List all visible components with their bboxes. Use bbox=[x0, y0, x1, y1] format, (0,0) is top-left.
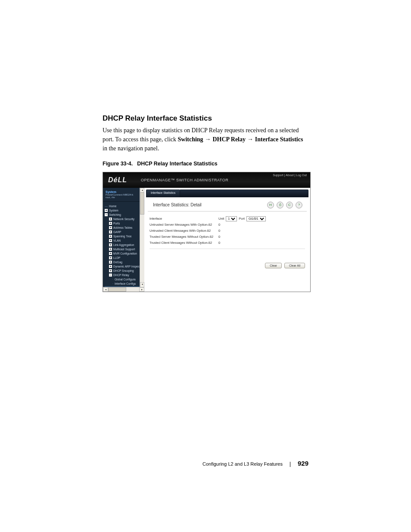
system-block: System PowerConnect M8024-k root, r/w bbox=[103, 188, 144, 202]
detail-title: Interface Statistics: Detail bbox=[153, 202, 202, 207]
label-r4: Trusted Client Messages Without Option-8… bbox=[149, 241, 218, 245]
expand-icon[interactable]: + bbox=[109, 269, 112, 272]
clear-button[interactable]: Clear bbox=[265, 263, 282, 268]
sidebar-item[interactable]: +Network Security bbox=[105, 217, 144, 221]
footer-page-number: 929 bbox=[298, 460, 308, 467]
header-links[interactable]: Support | About | Log Out bbox=[273, 174, 307, 177]
label-interface: Interface bbox=[149, 217, 218, 221]
footer-separator bbox=[290, 462, 290, 467]
scroll-left-icon[interactable]: ◂ bbox=[103, 287, 108, 292]
clear-all-button[interactable]: Clear All bbox=[284, 263, 305, 268]
sidebar-item-label: Address Tables bbox=[113, 226, 132, 229]
sidebar-item[interactable]: ·Interface Configu bbox=[105, 282, 144, 286]
sidebar-item[interactable]: +VLAN bbox=[105, 239, 144, 243]
tab-row: Interface Statistics bbox=[144, 188, 310, 197]
scroll-right-icon[interactable]: ▸ bbox=[139, 287, 144, 292]
sidebar-item[interactable]: +Dynamic ARP Inspect bbox=[105, 264, 144, 269]
expand-icon[interactable]: + bbox=[109, 222, 112, 225]
expand-icon[interactable]: + bbox=[109, 230, 112, 233]
app-header: DéLL OPENMANAGE™ SWITCH ADMINISTRATOR Su… bbox=[103, 172, 310, 188]
sidebar-item-label: Network Security bbox=[113, 218, 134, 221]
expand-icon[interactable]: − bbox=[109, 274, 112, 277]
sidebar-item[interactable]: +Link Aggregation bbox=[105, 243, 144, 247]
sidebar-item[interactable]: −DHCP Relay bbox=[105, 273, 144, 277]
p-t2: in the navigation panel. bbox=[103, 145, 159, 152]
expand-icon[interactable]: + bbox=[109, 226, 112, 229]
sidebar-item-label: Link Aggregation bbox=[113, 243, 134, 246]
expand-icon[interactable]: + bbox=[109, 256, 112, 259]
body-paragraph: Use this page to display statistics on D… bbox=[103, 126, 308, 153]
expand-icon[interactable]: + bbox=[109, 248, 112, 251]
app-title: OPENMANAGE™ SWITCH ADMINISTRATOR bbox=[141, 178, 228, 182]
sidebar-item-label: System bbox=[109, 209, 118, 212]
sidebar-item[interactable]: +Address Tables bbox=[105, 226, 144, 230]
expand-icon[interactable]: − bbox=[105, 213, 108, 216]
sidebar-item[interactable]: +MVR Configuration bbox=[105, 252, 144, 256]
expand-icon[interactable]: + bbox=[109, 265, 112, 268]
scroll-thumb-h[interactable] bbox=[108, 287, 126, 292]
tab-spacer bbox=[180, 190, 308, 197]
sidebar-item-label: Switching bbox=[109, 213, 121, 216]
label-r2: Untrusted Client Messages With Option-82 bbox=[149, 229, 218, 233]
tab-interface-statistics[interactable]: Interface Statistics bbox=[146, 190, 180, 197]
expand-icon[interactable]: + bbox=[109, 261, 112, 264]
dell-logo: DéLL bbox=[103, 176, 141, 184]
sidebar-item-label: Global Configura bbox=[115, 278, 136, 281]
p-arrow2: → bbox=[246, 136, 255, 143]
row-trusted-client-no82: Trusted Client Messages Without Option-8… bbox=[149, 240, 305, 246]
p-arrow1: → bbox=[203, 136, 213, 143]
detail-header: Interface Statistics: Detail H ⎙ C ? bbox=[148, 197, 307, 212]
sidebar-item[interactable]: +Multicast Support bbox=[105, 247, 144, 252]
scroll-thumb-v[interactable] bbox=[140, 192, 144, 215]
page-footer: Configuring L2 and L3 Relay Features 929 bbox=[0, 460, 411, 467]
nav-tree: —Home+System−Switching+Network Security+… bbox=[103, 202, 144, 292]
sidebar-item[interactable]: +System bbox=[105, 208, 144, 213]
sidebar-item-label: DHCP Snooping bbox=[113, 269, 134, 272]
figure-caption: Figure 33-4.DHCP Relay Interface Statist… bbox=[103, 161, 308, 167]
sidebar-item[interactable]: +Ports bbox=[105, 221, 144, 226]
label-r3: Trusted Server Messages Without Option-8… bbox=[149, 235, 218, 239]
expand-icon[interactable]: + bbox=[105, 209, 108, 212]
main-panel: Interface Statistics Interface Statistic… bbox=[144, 188, 310, 292]
expand-icon[interactable]: + bbox=[109, 235, 112, 238]
expand-icon[interactable]: + bbox=[109, 218, 112, 221]
expand-icon[interactable]: + bbox=[109, 252, 112, 255]
sidebar-item-label: MVR Configuration bbox=[113, 252, 137, 255]
value-r2: 0 bbox=[218, 229, 220, 233]
sidebar-item[interactable]: +GARP bbox=[105, 230, 144, 234]
row-trusted-server-no82: Trusted Server Messages Without Option-8… bbox=[149, 234, 305, 240]
expand-icon[interactable]: + bbox=[109, 239, 112, 242]
save-icon[interactable]: H bbox=[267, 202, 274, 208]
expand-icon[interactable]: + bbox=[109, 243, 112, 246]
p-b2: DHCP Relay bbox=[212, 136, 246, 143]
screenshot-figure: DéLL OPENMANAGE™ SWITCH ADMINISTRATOR Su… bbox=[103, 172, 311, 292]
figure-prefix: Figure 33-4. bbox=[103, 161, 133, 167]
sidebar-item[interactable]: −Switching bbox=[105, 213, 144, 217]
refresh-icon[interactable]: C bbox=[286, 202, 293, 208]
sidebar-item-label: Multicast Support bbox=[113, 248, 135, 251]
row-untrusted-client-82: Untrusted Client Messages With Option-82… bbox=[149, 228, 305, 234]
sidebar-scrollbar-h[interactable]: ◂ ▸ bbox=[103, 287, 144, 292]
value-r4: 0 bbox=[218, 241, 220, 245]
print-icon[interactable]: ⎙ bbox=[277, 202, 283, 208]
sidebar-item[interactable]: ·Global Configura bbox=[105, 277, 144, 282]
help-icon[interactable]: ? bbox=[296, 202, 302, 208]
label-r1: Untrusted Server Messages With Option-82 bbox=[149, 223, 218, 227]
sidebar-scrollbar-v[interactable]: ▴ ▾ bbox=[140, 188, 144, 292]
sidebar-item[interactable]: +Spanning Tree bbox=[105, 234, 144, 239]
sidebar-item[interactable]: +DHCP Snooping bbox=[105, 269, 144, 273]
port-select[interactable]: Gi1/0/1 bbox=[246, 216, 266, 221]
sidebar-item-label: Spanning Tree bbox=[113, 235, 131, 238]
unit-select[interactable]: 1 bbox=[226, 216, 237, 221]
row-interface: Interface Unit 1 Port Gi1/0/1 bbox=[149, 216, 305, 222]
sidebar-item[interactable]: —Home bbox=[105, 204, 144, 208]
tree-bullet-icon: — bbox=[105, 205, 108, 208]
sidebar-item-label: Interface Configu bbox=[115, 282, 136, 285]
sidebar-item-label: Dot1ag bbox=[113, 261, 122, 264]
sidebar-item-label: Ports bbox=[113, 222, 120, 225]
label-unit: Unit bbox=[218, 217, 224, 221]
sidebar-item[interactable]: +LLDP bbox=[105, 256, 144, 260]
label-port: Port bbox=[239, 217, 245, 221]
footer-chapter: Configuring L2 and L3 Relay Features bbox=[202, 461, 283, 467]
sidebar-item[interactable]: +Dot1ag bbox=[105, 260, 144, 264]
